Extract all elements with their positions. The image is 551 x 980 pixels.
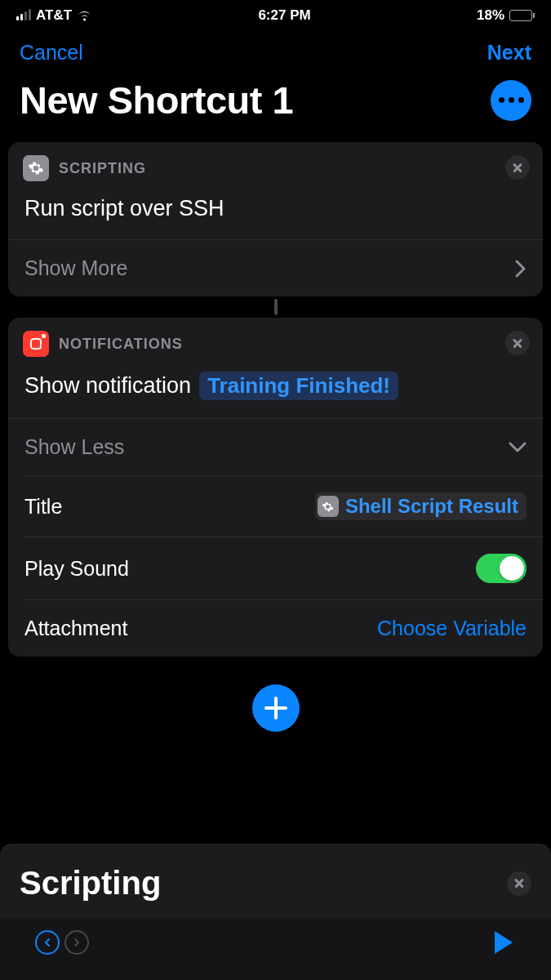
- undo-icon: [35, 930, 60, 955]
- page-title: New Shortcut 1: [20, 78, 293, 122]
- play-icon: [495, 931, 513, 954]
- cellular-signal-icon: [16, 11, 31, 20]
- title-variable-name: Shell Script Result: [345, 495, 518, 518]
- redo-button: [62, 928, 91, 957]
- next-button[interactable]: Next: [487, 41, 531, 65]
- battery-percentage: 18%: [477, 7, 504, 24]
- close-sheet-button[interactable]: [507, 871, 531, 896]
- action-title: Show notification: [24, 373, 191, 399]
- chevron-right-icon: [515, 260, 527, 278]
- carrier-label: AT&T: [36, 7, 72, 24]
- play-sound-toggle[interactable]: [476, 554, 527, 583]
- gear-icon: [318, 496, 339, 517]
- action-connector: [274, 299, 278, 315]
- wifi-icon: [77, 10, 92, 21]
- notification-icon: [23, 331, 49, 357]
- action-title: Run script over SSH: [24, 196, 224, 221]
- title-field-row[interactable]: Title Shell Script Result: [8, 476, 543, 537]
- action-card-notifications: NOTIFICATIONS Show notification Training…: [8, 318, 543, 657]
- remove-action-button[interactable]: [505, 155, 530, 180]
- clock: 6:27 PM: [258, 7, 310, 24]
- attachment-row[interactable]: Attachment Choose Variable: [8, 600, 543, 657]
- play-sound-row: Play Sound: [8, 537, 543, 599]
- field-label-title: Title: [24, 495, 62, 519]
- undo-button[interactable]: [33, 928, 62, 957]
- show-more-row[interactable]: Show More: [8, 240, 543, 296]
- chevron-down-icon: [509, 442, 527, 453]
- run-button[interactable]: [489, 928, 518, 957]
- choose-variable-button[interactable]: Choose Variable: [377, 617, 527, 640]
- show-less-row[interactable]: Show Less: [8, 419, 543, 475]
- title-variable-chip[interactable]: Shell Script Result: [315, 492, 527, 520]
- notification-body-param[interactable]: Training Finished!: [199, 372, 398, 400]
- action-card-scripting: SCRIPTING Run script over SSH Show More: [8, 142, 543, 296]
- more-options-button[interactable]: [491, 80, 531, 121]
- battery-icon: [509, 10, 535, 21]
- action-category-label: NOTIFICATIONS: [59, 336, 183, 353]
- svg-rect-0: [31, 339, 41, 349]
- sheet-title: Scripting: [20, 865, 161, 902]
- nav-bar: Cancel Next: [0, 31, 551, 69]
- action-category-label: SCRIPTING: [59, 160, 146, 177]
- editor-toolbar: [0, 918, 551, 980]
- remove-action-button[interactable]: [505, 331, 530, 355]
- field-label-attachment: Attachment: [24, 617, 127, 640]
- add-action-button[interactable]: [252, 684, 300, 732]
- expand-toggle-label: Show More: [24, 256, 127, 280]
- action-library-sheet[interactable]: Scripting: [0, 844, 551, 980]
- gear-icon: [23, 155, 49, 181]
- cancel-button[interactable]: Cancel: [20, 41, 83, 65]
- status-bar: AT&T 6:27 PM 18%: [0, 0, 551, 31]
- redo-icon: [64, 930, 89, 955]
- field-label-play-sound: Play Sound: [24, 557, 129, 581]
- expand-toggle-label: Show Less: [24, 435, 124, 459]
